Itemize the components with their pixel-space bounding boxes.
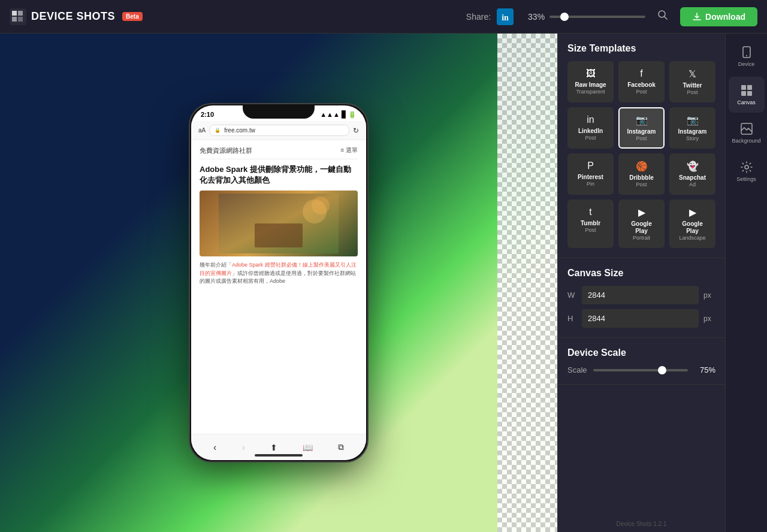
template-gpl-sub: Landscape (675, 235, 709, 241)
scale-row: Scale 75% (567, 365, 715, 374)
zoom-value: 33% (523, 12, 545, 22)
facebook-icon: f (624, 68, 659, 79)
svg-rect-3 (18, 11, 23, 16)
svg-rect-4 (18, 17, 23, 22)
toolbar-device-button[interactable]: Device (729, 38, 765, 74)
scale-value: 75% (694, 365, 715, 374)
device-scale-title: Device Scale (567, 347, 715, 358)
snapchat-icon: 👻 (675, 161, 709, 172)
settings-icon (740, 161, 753, 174)
google-play-portrait-icon: ▶ (624, 207, 659, 218)
width-unit: px (703, 291, 715, 300)
template-pinterest[interactable]: P Pinterest Pin (567, 153, 614, 195)
svg-rect-13 (255, 223, 303, 247)
toolbar-background-button[interactable]: Background (729, 115, 765, 151)
template-instagram-story[interactable]: 📷 Instagram Story (669, 107, 715, 149)
raw-image-icon: 🖼 (573, 68, 608, 79)
beta-badge: Beta (122, 12, 143, 21)
toolbar-settings-label: Settings (736, 176, 756, 182)
svg-rect-19 (747, 91, 752, 96)
phone-mockup: 2:10 ▲▲▲ ▊ 🔋 aA 🔒 free.com.tw ↻ (189, 103, 369, 463)
phone-article-text: 幾年前介紹「Adobe Spark 經營社群必備！線上製作美麗又引人注目的宣傳圖… (200, 261, 358, 286)
zoom-area: 33% (523, 12, 645, 22)
template-li-sub: Post (573, 135, 608, 141)
scale-slider[interactable] (593, 369, 688, 371)
share-icon: ⬆ (270, 443, 277, 452)
svg-point-12 (312, 197, 330, 214)
template-gpp-name: Google Play (624, 220, 659, 235)
instagram-icon: 📷 (624, 114, 659, 126)
search-button[interactable] (655, 7, 671, 26)
height-input[interactable] (582, 309, 699, 328)
tabs-icon: ⧉ (338, 442, 344, 452)
right-panel: Size Templates 🖼 Raw Image Transparent f… (557, 34, 725, 532)
phone-url-bar: 🔒 free.com.tw (209, 125, 349, 136)
google-play-landscape-icon: ▶ (675, 207, 709, 218)
device-scale-section: Device Scale Scale 75% (558, 338, 725, 385)
template-pin-name: Pinterest (573, 174, 608, 181)
width-input[interactable] (582, 286, 699, 304)
width-label: W (567, 291, 577, 300)
template-sc-name: Snapchat (675, 174, 709, 182)
share-label: Share: (466, 12, 491, 22)
tumblr-icon: t (573, 207, 608, 217)
svg-text:in: in (502, 13, 509, 22)
template-raw-image[interactable]: 🖼 Raw Image Transparent (567, 61, 614, 102)
scale-label: Scale (567, 365, 587, 374)
template-raw-sub: Transparent (573, 89, 608, 95)
checker-overlay (497, 34, 557, 532)
svg-rect-16 (741, 85, 746, 90)
toolbar-background-label: Background (732, 138, 760, 144)
size-templates-section: Size Templates 🖼 Raw Image Transparent f… (558, 34, 725, 258)
twitter-icon: 𝕏 (675, 68, 709, 80)
canvas-size-section: Canvas Size W px H px (558, 258, 725, 338)
toolbar-canvas-button[interactable]: Canvas (729, 77, 765, 113)
svg-rect-18 (741, 91, 746, 96)
phone-article-image (200, 191, 358, 256)
share-area: Share: in (466, 8, 514, 25)
template-gpl-name: Google Play (675, 220, 709, 235)
download-button[interactable]: Download (680, 7, 757, 26)
main-layout: 2:10 ▲▲▲ ▊ 🔋 aA 🔒 free.com.tw ↻ (0, 34, 767, 532)
template-snapchat[interactable]: 👻 Snapchat Ad (669, 153, 715, 195)
template-linkedin[interactable]: in LinkedIn Post (567, 107, 614, 149)
search-icon (657, 10, 668, 20)
linkedin-template-icon: in (573, 114, 608, 125)
bookmark-icon: 📖 (303, 443, 313, 452)
template-gpp-sub: Portrait (624, 235, 659, 241)
app-header: DEVICE SHOTS Beta Share: in 33% Download (0, 0, 767, 34)
linkedin-icon[interactable]: in (497, 8, 514, 25)
template-ig-name: Instagram (624, 128, 659, 135)
phone-frame: 2:10 ▲▲▲ ▊ 🔋 aA 🔒 free.com.tw ↻ (189, 103, 369, 463)
template-dr-name: Dribbble (624, 174, 659, 182)
lock-icon: 🔒 (215, 128, 221, 133)
template-dribbble[interactable]: 🏀 Dribbble Post (618, 153, 665, 195)
template-sc-sub: Ad (675, 182, 709, 188)
height-unit: px (703, 315, 715, 323)
svg-point-21 (745, 165, 748, 169)
reload-icon: ↻ (353, 126, 359, 135)
toolbar-settings-button[interactable]: Settings (729, 153, 765, 189)
template-twitter[interactable]: 𝕏 Twitter Post (669, 61, 715, 102)
height-label: H (567, 314, 577, 323)
instagram-story-icon: 📷 (675, 114, 709, 126)
svg-line-8 (665, 17, 668, 20)
template-instagram[interactable]: 📷 Instagram Post (618, 107, 665, 149)
logo-icon (10, 8, 26, 25)
phone-signals: ▲▲▲ ▊ 🔋 (320, 111, 357, 119)
phone-home-bar (255, 454, 303, 457)
template-tumblr[interactable]: t Tumblr Post (567, 200, 614, 248)
width-row: W px (567, 286, 715, 304)
template-facebook[interactable]: f Facebook Post (618, 61, 665, 102)
template-google-play-portrait[interactable]: ▶ Google Play Portrait (618, 200, 665, 248)
svg-rect-1 (12, 11, 17, 16)
toolbar-canvas-label: Canvas (737, 99, 756, 105)
template-igs-sub: Story (675, 135, 709, 141)
template-google-play-landscape[interactable]: ▶ Google Play Landscape (669, 200, 715, 248)
phone-time: 2:10 (201, 111, 214, 118)
template-raw-name: Raw Image (573, 81, 608, 89)
font-size-icon: aA (198, 127, 206, 134)
back-icon: ‹ (213, 442, 216, 453)
zoom-slider[interactable] (549, 16, 645, 18)
dribbble-icon: 🏀 (624, 161, 659, 172)
